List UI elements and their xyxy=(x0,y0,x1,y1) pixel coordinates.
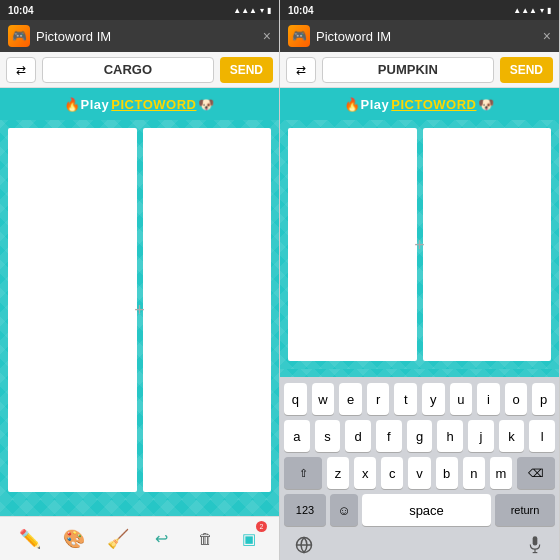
key-u[interactable]: u xyxy=(450,383,473,415)
app-title-right: Pictoword IM xyxy=(316,29,543,44)
key-m[interactable]: m xyxy=(490,457,512,489)
key-p[interactable]: p xyxy=(532,383,555,415)
key-q[interactable]: q xyxy=(284,383,307,415)
svg-rect-2 xyxy=(533,536,538,545)
layers-button[interactable]: ▣ 2 xyxy=(233,523,265,555)
status-bar-left: 10:04 ▲▲▲ ▾ ▮ xyxy=(0,0,279,20)
key-f[interactable]: f xyxy=(376,420,402,452)
bottom-strip-left xyxy=(0,500,279,516)
palette-button[interactable]: 🎨 xyxy=(58,523,90,555)
battery-icon: ▮ xyxy=(267,6,271,15)
emoji-key[interactable]: ☺ xyxy=(330,494,358,526)
key-r[interactable]: r xyxy=(367,383,390,415)
key-w[interactable]: w xyxy=(312,383,335,415)
key-k[interactable]: k xyxy=(499,420,525,452)
image-card-right-2[interactable] xyxy=(423,128,552,361)
fire-emoji-right: 🔥 xyxy=(344,97,361,112)
close-button-right[interactable]: × xyxy=(543,28,551,44)
signal-icon: ▲▲▲ xyxy=(233,6,257,15)
image-area-left: + xyxy=(0,120,279,500)
keyboard-right: q w e r t y u i o p a s d f g h j k l ⇧ … xyxy=(280,377,559,560)
input-bar-right: ⇄ SEND xyxy=(280,52,559,88)
undo-button[interactable]: ↩ xyxy=(145,523,177,555)
key-c[interactable]: c xyxy=(381,457,403,489)
key-e[interactable]: e xyxy=(339,383,362,415)
key-d[interactable]: d xyxy=(345,420,371,452)
shuffle-button-left[interactable]: ⇄ xyxy=(6,57,36,83)
return-key[interactable]: return xyxy=(495,494,555,526)
play-banner-left: 🔥 Play PICTOWORD 🐶 xyxy=(0,88,279,120)
image-area-right: + xyxy=(280,120,559,369)
key-n[interactable]: n xyxy=(463,457,485,489)
pictoword-label-right: PICTOWORD xyxy=(391,97,476,112)
dog-emoji-right: 🐶 xyxy=(478,97,495,112)
keyboard-row-1: q w e r t y u i o p xyxy=(284,383,555,415)
keyboard-row-3: ⇧ z x c v b n m ⌫ xyxy=(284,457,555,489)
shuffle-button-right[interactable]: ⇄ xyxy=(286,57,316,83)
status-time-left: 10:04 xyxy=(8,5,34,16)
key-t[interactable]: t xyxy=(394,383,417,415)
input-bar-left: ⇄ SEND xyxy=(0,52,279,88)
key-v[interactable]: v xyxy=(408,457,430,489)
play-banner-right: 🔥 Play PICTOWORD 🐶 xyxy=(280,88,559,120)
status-bar-right: 10:04 ▲▲▲ ▾ ▮ xyxy=(280,0,559,20)
plus-icon-left: + xyxy=(134,300,145,321)
image-card-left-2[interactable] xyxy=(143,128,272,492)
numbers-key[interactable]: 123 xyxy=(284,494,326,526)
status-time-right: 10:04 xyxy=(288,5,314,16)
left-panel: 10:04 ▲▲▲ ▾ ▮ 🎮 Pictoword IM × ⇄ SEND 🔥 … xyxy=(0,0,280,560)
key-s[interactable]: s xyxy=(315,420,341,452)
wifi-icon: ▾ xyxy=(260,6,264,15)
mic-key[interactable] xyxy=(519,534,551,556)
key-i[interactable]: i xyxy=(477,383,500,415)
title-bar-left: 🎮 Pictoword IM × xyxy=(0,20,279,52)
fire-emoji-left: 🔥 xyxy=(64,97,81,112)
title-bar-right: 🎮 Pictoword IM × xyxy=(280,20,559,52)
send-button-right[interactable]: SEND xyxy=(500,57,553,83)
trash-button[interactable]: 🗑 xyxy=(189,523,221,555)
keyboard-bottom-row xyxy=(284,531,555,556)
play-label-right: Play xyxy=(361,97,390,112)
plus-icon-right: + xyxy=(414,234,425,255)
right-panel: 10:04 ▲▲▲ ▾ ▮ 🎮 Pictoword IM × ⇄ SEND 🔥 … xyxy=(280,0,560,560)
send-button-left[interactable]: SEND xyxy=(220,57,273,83)
bottom-strip-right xyxy=(280,369,559,377)
wifi-icon-right: ▾ xyxy=(540,6,544,15)
battery-icon-right: ▮ xyxy=(547,6,551,15)
globe-key[interactable] xyxy=(288,534,320,556)
eraser-button[interactable]: 🧹 xyxy=(102,523,134,555)
word-input-right[interactable] xyxy=(322,57,494,83)
signal-icon-right: ▲▲▲ xyxy=(513,6,537,15)
key-y[interactable]: y xyxy=(422,383,445,415)
key-b[interactable]: b xyxy=(436,457,458,489)
pencil-button[interactable]: ✏️ xyxy=(14,523,46,555)
key-a[interactable]: a xyxy=(284,420,310,452)
keyboard-row-4: 123 ☺ space return xyxy=(284,494,555,526)
space-key[interactable]: space xyxy=(362,494,491,526)
app-icon-right: 🎮 xyxy=(288,25,310,47)
word-input-left[interactable] xyxy=(42,57,214,83)
status-icons-left: ▲▲▲ ▾ ▮ xyxy=(233,6,271,15)
key-z[interactable]: z xyxy=(327,457,349,489)
layers-badge: 2 xyxy=(256,521,267,532)
key-h[interactable]: h xyxy=(437,420,463,452)
status-icons-right: ▲▲▲ ▾ ▮ xyxy=(513,6,551,15)
pictoword-label-left: PICTOWORD xyxy=(111,97,196,112)
key-g[interactable]: g xyxy=(407,420,433,452)
toolbar-left: ✏️ 🎨 🧹 ↩ 🗑 ▣ 2 xyxy=(0,516,279,560)
keyboard-row-2: a s d f g h j k l xyxy=(284,420,555,452)
key-l[interactable]: l xyxy=(529,420,555,452)
key-j[interactable]: j xyxy=(468,420,494,452)
key-x[interactable]: x xyxy=(354,457,376,489)
key-o[interactable]: o xyxy=(505,383,528,415)
close-button-left[interactable]: × xyxy=(263,28,271,44)
app-icon-left: 🎮 xyxy=(8,25,30,47)
app-title-left: Pictoword IM xyxy=(36,29,263,44)
delete-key[interactable]: ⌫ xyxy=(517,457,555,489)
play-label-left: Play xyxy=(81,97,110,112)
image-card-left-1[interactable] xyxy=(8,128,137,492)
shift-key[interactable]: ⇧ xyxy=(284,457,322,489)
image-card-right-1[interactable] xyxy=(288,128,417,361)
dog-emoji-left: 🐶 xyxy=(198,97,215,112)
